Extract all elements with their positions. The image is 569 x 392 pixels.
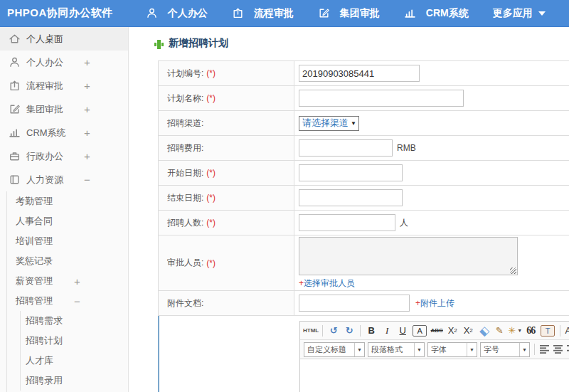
sidebar-item-CRM系统[interactable]: CRM系统+: [0, 121, 128, 144]
sidebar-item-人才库[interactable]: 人才库: [0, 351, 128, 371]
top-nav: 个人办公流程审批集团审批CRM系统更多应用: [146, 7, 569, 20]
custom-title-select[interactable]: 自定义标题▼: [304, 342, 365, 357]
value-plan-number: [294, 61, 569, 85]
sidebar-item-label: 个人桌面: [26, 33, 63, 46]
label-plan-number: 计划编号:(*): [159, 61, 294, 85]
expand-icon[interactable]: +: [84, 56, 90, 68]
topnav-item-3[interactable]: 集团审批: [318, 7, 380, 20]
label-start-date: 开始日期:(*): [159, 161, 294, 185]
edit-icon: [9, 103, 21, 115]
topnav-label: 流程审批: [254, 7, 294, 20]
approver-textarea[interactable]: [299, 237, 518, 275]
expand-icon[interactable]: +: [74, 275, 80, 287]
sidebar-item-考勤管理[interactable]: 考勤管理: [0, 191, 128, 211]
expand-icon[interactable]: +: [84, 150, 90, 162]
page-title: 新增招聘计划: [169, 37, 228, 50]
eraser-button[interactable]: ◧: [474, 320, 494, 340]
topnav-item-4[interactable]: CRM系统: [404, 7, 469, 20]
auto-format-button[interactable]: ✳▼: [508, 324, 522, 338]
font-color-button[interactable]: A▼: [564, 324, 569, 338]
sidebar-item-奖惩记录[interactable]: 奖惩记录: [0, 251, 128, 271]
value-channel: 请选择渠道▼: [294, 111, 569, 135]
topnav-item-2[interactable]: 流程审批: [232, 7, 294, 20]
expand-icon[interactable]: +: [84, 103, 90, 115]
sidebar-item-label: 招聘需求: [26, 314, 63, 327]
sidebar-item-label: 行政办公: [26, 150, 63, 163]
channel-selected-value: 请选择渠道: [302, 117, 349, 129]
sidebar-item-label: 人力资源: [26, 174, 63, 186]
paste-text-button[interactable]: T: [541, 325, 555, 337]
briefcase-icon: [9, 150, 21, 162]
bold-button[interactable]: B: [364, 324, 378, 338]
plan-number-input[interactable]: [299, 65, 420, 82]
sidebar-item-招聘录用[interactable]: 招聘录用: [0, 371, 128, 391]
font-size-select[interactable]: 字号▼: [480, 342, 530, 357]
form-row-channel: 招聘渠道:请选择渠道▼: [159, 111, 569, 136]
sidebar-item-集团审批[interactable]: 集团审批+: [0, 97, 128, 121]
start-date-input[interactable]: [299, 164, 403, 181]
autotypeset-button[interactable]: A: [413, 325, 427, 337]
sidebar-item-薪资管理[interactable]: 薪资管理+: [0, 271, 128, 291]
strikethrough-button[interactable]: ABC: [430, 324, 444, 338]
label-headcount: 招聘人数:(*): [159, 211, 294, 235]
sidebar-item-个人桌面[interactable]: 个人桌面: [0, 27, 128, 51]
source-button[interactable]: HTML: [303, 324, 319, 338]
sidebar-item-人力资源[interactable]: 人力资源−: [0, 168, 128, 191]
sidebar-item-label: 流程审批: [26, 80, 63, 92]
paragraph-format-select[interactable]: 段落格式▼: [368, 342, 425, 357]
sidebar-item-招聘需求[interactable]: 招聘需求: [0, 311, 128, 331]
add-plus-icon: [154, 39, 163, 48]
sidebar-item-个人办公[interactable]: 个人办公+: [0, 51, 128, 74]
sidebar-item-培训管理[interactable]: 培训管理: [0, 231, 128, 251]
approver-link[interactable]: +选择审批人员: [299, 277, 355, 290]
form-row-approver: 审批人员:(*)+选择审批人员: [159, 235, 569, 291]
sidebar-item-label: 培训管理: [16, 235, 53, 248]
blockquote-button[interactable]: 66: [523, 324, 538, 338]
sidebar-item-label: 招聘管理: [16, 295, 53, 307]
indent-line: [20, 331, 21, 351]
indent-line: [6, 251, 7, 271]
align-left-button[interactable]: [540, 345, 549, 354]
expand-icon[interactable]: +: [84, 80, 90, 92]
select-label: 字号: [481, 344, 502, 355]
sidebar-item-label: 人事合同: [16, 215, 53, 228]
topnav-label: 个人办公: [168, 7, 208, 20]
align-center-button[interactable]: [553, 345, 563, 354]
italic-button[interactable]: I: [380, 324, 394, 338]
attachment-input[interactable]: [299, 295, 410, 312]
sidebar-item-流程审批[interactable]: 流程审批+: [0, 74, 128, 97]
select-label: 自定义标题: [304, 344, 349, 355]
topnav-item-5[interactable]: 更多应用: [493, 7, 546, 20]
topnav-label: 更多应用: [493, 7, 533, 20]
plan-name-input[interactable]: [299, 90, 464, 107]
caret-down-icon: ▼: [519, 343, 529, 356]
form-row-cost: 招聘费用:RMB: [159, 136, 569, 161]
collapse-icon[interactable]: −: [84, 174, 90, 186]
redo-button[interactable]: ↻: [342, 324, 356, 338]
form-row-headcount: 招聘人数:(*)人: [159, 211, 569, 235]
sidebar-item-行政办公[interactable]: 行政办公+: [0, 144, 128, 168]
sidebar-item-人事合同[interactable]: 人事合同: [0, 211, 128, 231]
headcount-input[interactable]: [299, 214, 395, 231]
topnav-item-1[interactable]: 个人办公: [146, 7, 208, 20]
sidebar-item-招聘管理[interactable]: 招聘管理−: [0, 291, 128, 311]
expand-icon[interactable]: +: [84, 127, 90, 139]
sidebar-item-label: CRM系统: [26, 127, 66, 139]
caret-down-icon: ▼: [517, 328, 522, 333]
sidebar-item-label: 人才库: [26, 354, 53, 367]
font-family-select[interactable]: 字体▼: [427, 342, 477, 357]
attachment-link[interactable]: +附件上传: [415, 297, 454, 309]
required-marker: (*): [206, 68, 216, 78]
sidebar-item-招聘计划[interactable]: 招聘计划: [0, 331, 128, 351]
format-brush-button[interactable]: ✎: [492, 324, 506, 338]
label-cost: 招聘费用:: [159, 136, 294, 160]
collapse-icon[interactable]: −: [74, 295, 80, 307]
undo-button[interactable]: ↺: [326, 324, 341, 338]
end-date-input[interactable]: [299, 189, 403, 206]
chart-icon: [404, 7, 421, 19]
cost-input[interactable]: [299, 139, 393, 157]
superscript-button[interactable]: X2: [445, 324, 459, 338]
underline-button[interactable]: U: [395, 324, 410, 338]
channel-select[interactable]: 请选择渠道▼: [299, 116, 359, 131]
editor-content-area[interactable]: [300, 359, 569, 392]
